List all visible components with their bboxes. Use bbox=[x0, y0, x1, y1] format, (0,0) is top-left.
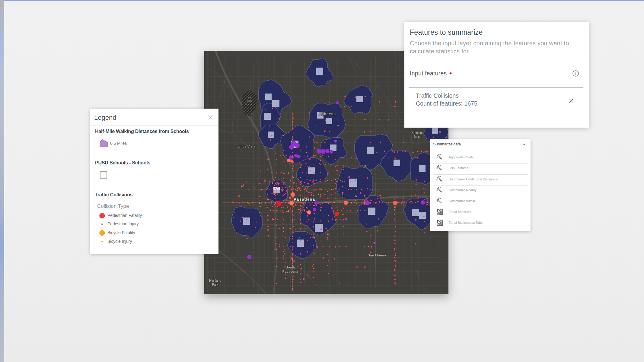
svg-text:Pasadena: Pasadena bbox=[294, 197, 315, 202]
svg-text:Highland: Highland bbox=[209, 279, 221, 282]
svg-text:Mesa: Mesa bbox=[414, 135, 422, 138]
svg-text:Park: Park bbox=[212, 283, 219, 286]
svg-text:Devils: Devils bbox=[247, 96, 253, 99]
svg-text:South: South bbox=[286, 265, 295, 269]
svg-text:Reservoir: Reservoir bbox=[245, 103, 255, 106]
svg-text:San Marino: San Marino bbox=[368, 253, 386, 257]
svg-text:Kinneloa: Kinneloa bbox=[412, 131, 424, 135]
svg-text:Linda Vista: Linda Vista bbox=[238, 144, 256, 148]
svg-text:Gate: Gate bbox=[247, 100, 252, 102]
svg-text:Pasadena: Pasadena bbox=[282, 270, 298, 273]
svg-text:Altadena: Altadena bbox=[319, 112, 336, 116]
